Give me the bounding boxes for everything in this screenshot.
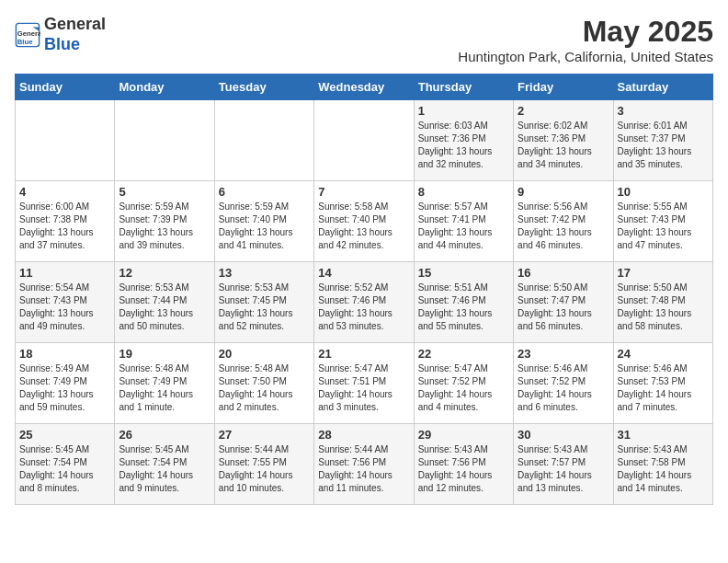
calendar-cell: 31Sunrise: 5:43 AM Sunset: 7:58 PM Dayli… [613, 424, 712, 505]
calendar-week-row: 1Sunrise: 6:03 AM Sunset: 7:36 PM Daylig… [16, 100, 713, 181]
day-number: 14 [318, 266, 409, 280]
day-number: 30 [518, 428, 609, 442]
day-number: 4 [19, 185, 110, 199]
svg-text:Blue: Blue [17, 37, 33, 45]
day-number: 19 [119, 347, 210, 361]
day-info: Sunrise: 5:52 AM Sunset: 7:46 PM Dayligh… [318, 282, 409, 333]
day-number: 7 [318, 185, 409, 199]
calendar-cell: 19Sunrise: 5:48 AM Sunset: 7:49 PM Dayli… [115, 343, 214, 424]
day-info: Sunrise: 5:50 AM Sunset: 7:47 PM Dayligh… [518, 282, 609, 333]
day-info: Sunrise: 5:50 AM Sunset: 7:48 PM Dayligh… [618, 282, 709, 333]
calendar-cell: 2Sunrise: 6:02 AM Sunset: 7:36 PM Daylig… [514, 100, 613, 181]
calendar-cell: 13Sunrise: 5:53 AM Sunset: 7:45 PM Dayli… [214, 262, 313, 343]
day-number: 9 [518, 185, 609, 199]
logo-icon: General Blue [15, 22, 40, 48]
calendar-cell: 6Sunrise: 5:59 AM Sunset: 7:40 PM Daylig… [214, 181, 313, 262]
logo: General Blue General Blue [15, 15, 106, 54]
calendar-week-row: 25Sunrise: 5:45 AM Sunset: 7:54 PM Dayli… [16, 424, 713, 505]
day-number: 22 [418, 347, 509, 361]
title-area: May 2025 Huntington Park, California, Un… [458, 15, 713, 64]
calendar-week-row: 11Sunrise: 5:54 AM Sunset: 7:43 PM Dayli… [16, 262, 713, 343]
calendar-cell: 3Sunrise: 6:01 AM Sunset: 7:37 PM Daylig… [613, 100, 712, 181]
day-info: Sunrise: 5:58 AM Sunset: 7:40 PM Dayligh… [318, 201, 409, 252]
calendar-week-row: 18Sunrise: 5:49 AM Sunset: 7:49 PM Dayli… [16, 343, 713, 424]
calendar-cell: 12Sunrise: 5:53 AM Sunset: 7:44 PM Dayli… [115, 262, 214, 343]
day-number: 24 [618, 347, 709, 361]
calendar-cell: 8Sunrise: 5:57 AM Sunset: 7:41 PM Daylig… [414, 181, 513, 262]
day-info: Sunrise: 5:53 AM Sunset: 7:44 PM Dayligh… [119, 282, 210, 333]
calendar-cell: 27Sunrise: 5:44 AM Sunset: 7:55 PM Dayli… [214, 424, 313, 505]
calendar-cell [115, 100, 214, 181]
calendar-cell: 23Sunrise: 5:46 AM Sunset: 7:52 PM Dayli… [514, 343, 613, 424]
calendar-cell: 16Sunrise: 5:50 AM Sunset: 7:47 PM Dayli… [514, 262, 613, 343]
day-info: Sunrise: 6:03 AM Sunset: 7:36 PM Dayligh… [418, 120, 509, 171]
location-title: Huntington Park, California, United Stat… [458, 49, 713, 64]
logo-general-text: General [44, 15, 106, 33]
day-number: 13 [219, 266, 310, 280]
calendar-cell: 5Sunrise: 5:59 AM Sunset: 7:39 PM Daylig… [115, 181, 214, 262]
calendar-cell: 15Sunrise: 5:51 AM Sunset: 7:46 PM Dayli… [414, 262, 513, 343]
calendar-cell: 29Sunrise: 5:43 AM Sunset: 7:56 PM Dayli… [414, 424, 513, 505]
weekday-header-friday: Friday [514, 75, 613, 100]
day-number: 17 [618, 266, 709, 280]
day-number: 20 [219, 347, 310, 361]
weekday-header-wednesday: Wednesday [314, 75, 414, 100]
day-info: Sunrise: 5:59 AM Sunset: 7:40 PM Dayligh… [219, 201, 310, 252]
calendar-week-row: 4Sunrise: 6:00 AM Sunset: 7:38 PM Daylig… [16, 181, 713, 262]
day-info: Sunrise: 5:46 AM Sunset: 7:52 PM Dayligh… [518, 362, 609, 414]
day-number: 29 [418, 428, 509, 442]
day-info: Sunrise: 6:01 AM Sunset: 7:37 PM Dayligh… [618, 120, 709, 171]
day-number: 25 [19, 428, 110, 442]
calendar-cell: 20Sunrise: 5:48 AM Sunset: 7:50 PM Dayli… [214, 343, 313, 424]
day-number: 31 [618, 428, 709, 442]
calendar-cell: 28Sunrise: 5:44 AM Sunset: 7:56 PM Dayli… [314, 424, 414, 505]
calendar-cell: 10Sunrise: 5:55 AM Sunset: 7:43 PM Dayli… [613, 181, 712, 262]
day-number: 8 [418, 185, 509, 199]
day-number: 1 [418, 104, 509, 118]
day-info: Sunrise: 5:54 AM Sunset: 7:43 PM Dayligh… [19, 282, 110, 333]
day-number: 21 [318, 347, 409, 361]
day-info: Sunrise: 5:56 AM Sunset: 7:42 PM Dayligh… [518, 201, 609, 252]
day-info: Sunrise: 5:47 AM Sunset: 7:52 PM Dayligh… [418, 362, 509, 414]
calendar-cell: 22Sunrise: 5:47 AM Sunset: 7:52 PM Dayli… [414, 343, 513, 424]
day-number: 27 [219, 428, 310, 442]
weekday-header-thursday: Thursday [414, 75, 513, 100]
day-number: 2 [518, 104, 609, 118]
calendar-cell [214, 100, 313, 181]
calendar-cell: 24Sunrise: 5:46 AM Sunset: 7:53 PM Dayli… [613, 343, 712, 424]
calendar-cell: 17Sunrise: 5:50 AM Sunset: 7:48 PM Dayli… [613, 262, 712, 343]
calendar-cell: 30Sunrise: 5:43 AM Sunset: 7:57 PM Dayli… [514, 424, 613, 505]
day-info: Sunrise: 5:57 AM Sunset: 7:41 PM Dayligh… [418, 201, 509, 252]
day-info: Sunrise: 5:53 AM Sunset: 7:45 PM Dayligh… [219, 282, 310, 333]
weekday-header-saturday: Saturday [613, 75, 712, 100]
weekday-header-row: SundayMondayTuesdayWednesdayThursdayFrid… [16, 75, 713, 100]
day-info: Sunrise: 5:49 AM Sunset: 7:49 PM Dayligh… [19, 362, 110, 414]
calendar-cell: 14Sunrise: 5:52 AM Sunset: 7:46 PM Dayli… [314, 262, 414, 343]
page-header: General Blue General Blue May 2025 Hunti… [15, 15, 713, 64]
calendar-cell: 18Sunrise: 5:49 AM Sunset: 7:49 PM Dayli… [16, 343, 115, 424]
day-number: 16 [518, 266, 609, 280]
calendar-cell [16, 100, 115, 181]
day-info: Sunrise: 5:45 AM Sunset: 7:54 PM Dayligh… [119, 443, 210, 495]
day-number: 18 [19, 347, 110, 361]
day-number: 28 [318, 428, 409, 442]
calendar-cell: 21Sunrise: 5:47 AM Sunset: 7:51 PM Dayli… [314, 343, 414, 424]
calendar-cell: 4Sunrise: 6:00 AM Sunset: 7:38 PM Daylig… [16, 181, 115, 262]
day-number: 5 [119, 185, 210, 199]
calendar-cell [314, 100, 414, 181]
day-number: 23 [518, 347, 609, 361]
day-info: Sunrise: 5:43 AM Sunset: 7:57 PM Dayligh… [518, 443, 609, 495]
day-info: Sunrise: 5:44 AM Sunset: 7:56 PM Dayligh… [318, 443, 409, 495]
weekday-header-tuesday: Tuesday [214, 75, 313, 100]
svg-text:General: General [17, 29, 40, 38]
day-info: Sunrise: 5:51 AM Sunset: 7:46 PM Dayligh… [418, 282, 509, 333]
weekday-header-sunday: Sunday [16, 75, 115, 100]
day-number: 26 [119, 428, 210, 442]
day-number: 10 [618, 185, 709, 199]
day-info: Sunrise: 5:55 AM Sunset: 7:43 PM Dayligh… [618, 201, 709, 252]
day-info: Sunrise: 6:02 AM Sunset: 7:36 PM Dayligh… [518, 120, 609, 171]
calendar-cell: 7Sunrise: 5:58 AM Sunset: 7:40 PM Daylig… [314, 181, 414, 262]
day-number: 15 [418, 266, 509, 280]
logo-blue-text: Blue [44, 35, 80, 53]
weekday-header-monday: Monday [115, 75, 214, 100]
